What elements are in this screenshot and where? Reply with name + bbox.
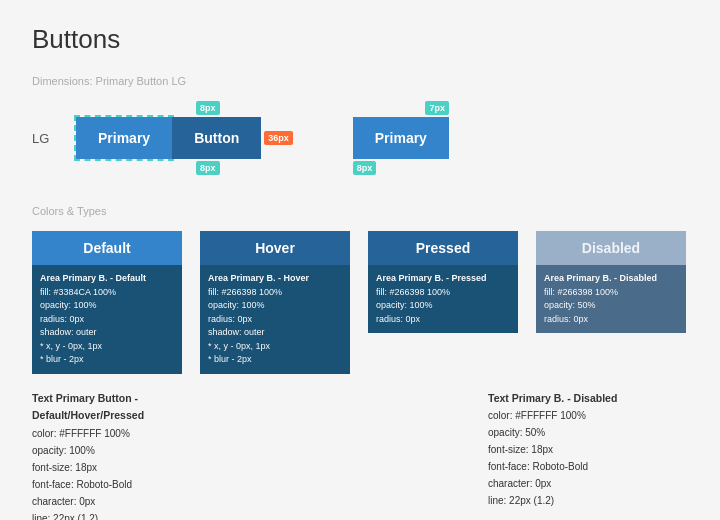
info-default: Area Primary B. - Default fill: #3384CA … [32, 265, 182, 374]
info-hover: Area Primary B. - Hover fill: #266398 10… [200, 265, 350, 374]
colors-section: Colors & Types Default Area Primary B. -… [32, 205, 688, 520]
info-disabled: Area Primary B. - Disabled fill: #266398… [536, 265, 686, 333]
text-info-right-title: Text Primary B. - Disabled [488, 392, 617, 404]
card-disabled: Disabled Area Primary B. - Disabled fill… [536, 231, 686, 374]
colors-label: Colors & Types [32, 205, 688, 217]
text-info-left-title: Text Primary Button - Default/Hover/Pres… [32, 392, 144, 422]
btn-group-1: 8px Primary Button 36px 8px [76, 101, 293, 175]
btn-button-lg[interactable]: Button [172, 117, 261, 159]
lg-label: LG [32, 131, 56, 146]
page-title: Buttons [32, 24, 688, 55]
btn-row-1: Primary Button [76, 117, 261, 159]
colors-row: Default Area Primary B. - Default fill: … [32, 231, 688, 374]
btn-disabled[interactable]: Disabled [536, 231, 686, 265]
text-info-left-lines: color: #FFFFFF 100% opacity: 100% font-s… [32, 428, 132, 520]
btn-primary-alone[interactable]: Primary [353, 117, 449, 159]
dimensions-section: Dimensions: Primary Button LG LG 8px Pri… [32, 75, 688, 175]
btn-hover[interactable]: Hover [200, 231, 350, 265]
badge-8px-alone: 8px [353, 161, 377, 175]
badge-8px-top: 8px [196, 101, 220, 115]
text-info-left: Text Primary Button - Default/Hover/Pres… [32, 390, 242, 521]
dimensions-label: Dimensions: Primary Button LG [32, 75, 688, 87]
text-info-right: Text Primary B. - Disabled color: #FFFFF… [488, 390, 688, 521]
card-pressed: Pressed Area Primary B. - Pressed fill: … [368, 231, 518, 374]
card-hover: Hover Area Primary B. - Hover fill: #266… [200, 231, 350, 374]
text-info-right-lines: color: #FFFFFF 100% opacity: 50% font-si… [488, 410, 588, 506]
badge-36px: 36px [264, 131, 293, 145]
badge-7px: 7px [425, 101, 449, 115]
btn-group-2: 7px Primary 8px [353, 101, 449, 175]
btn-primary-lg[interactable]: Primary [76, 117, 172, 159]
text-info-row: Text Primary Button - Default/Hover/Pres… [32, 390, 688, 521]
info-pressed: Area Primary B. - Pressed fill: #266398 … [368, 265, 518, 333]
btn-default[interactable]: Default [32, 231, 182, 265]
badge-8px-bottom: 8px [196, 161, 220, 175]
card-default: Default Area Primary B. - Default fill: … [32, 231, 182, 374]
btn-pressed[interactable]: Pressed [368, 231, 518, 265]
